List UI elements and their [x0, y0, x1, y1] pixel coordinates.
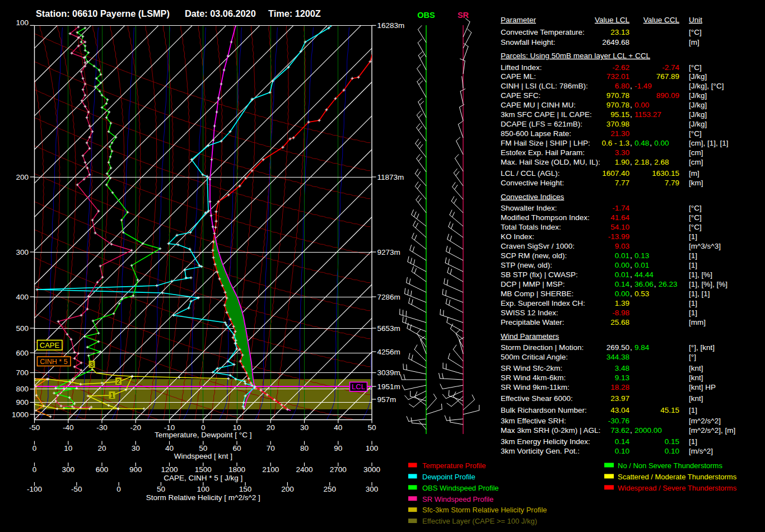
svg-text:[1]: [1] [689, 299, 697, 307]
svg-text:Convective Height:: Convective Height: [501, 179, 564, 187]
svg-text:970.78: 970.78 [607, 91, 629, 100]
svg-text:-30.76: -30.76 [608, 417, 629, 425]
svg-text:23.97: 23.97 [610, 394, 629, 403]
svg-text:0: 0 [116, 485, 121, 493]
svg-text:500: 500 [16, 324, 29, 333]
svg-text:[m/s^2]: [m/s^2] [689, 447, 713, 455]
svg-text:SR Wind 4km-6km:: SR Wind 4km-6km: [501, 374, 566, 382]
svg-text:,: , [630, 158, 632, 166]
svg-text:[J/kg]: [J/kg] [689, 101, 707, 109]
svg-text:MB Comp | SHERBE:: MB Comp | SHERBE: [501, 290, 573, 298]
svg-text:CAPE SFC:: CAPE SFC: [501, 91, 540, 100]
svg-text:4256m: 4256m [377, 348, 400, 356]
svg-text:0.00: 0.00 [615, 290, 629, 298]
svg-text:Time: 1200Z: Time: 1200Z [268, 8, 321, 18]
svg-text:Storm Direction | Motion:: Storm Direction | Motion: [501, 343, 584, 352]
svg-text:Effective Shear 6000:: Effective Shear 6000: [501, 394, 573, 403]
svg-text:41.64: 41.64 [610, 213, 629, 222]
svg-text:[°]: [°] [689, 353, 696, 361]
svg-text:60: 60 [232, 444, 241, 452]
svg-text:300: 300 [16, 248, 29, 256]
svg-text:0.10: 0.10 [665, 447, 679, 455]
svg-text:890.09: 890.09 [656, 91, 679, 100]
svg-text:250: 250 [323, 485, 336, 493]
svg-text:400: 400 [16, 293, 29, 301]
svg-text:1630.15: 1630.15 [652, 169, 679, 178]
svg-text:[1]: [1] [689, 309, 697, 317]
svg-text:0.15: 0.15 [665, 437, 679, 446]
svg-text:3km Vorticity Gen. Pot.:: 3km Vorticity Gen. Pot.: [501, 447, 580, 455]
svg-text:Storm Relative Helicity [ m^2: Storm Relative Helicity [ m^2/s^2 ] [146, 493, 260, 502]
svg-text:9.84: 9.84 [635, 343, 650, 352]
svg-text:DCP | MMP | MSP:: DCP | MMP | MSP: [501, 280, 565, 288]
svg-text:,: , [630, 101, 632, 109]
svg-text:20: 20 [267, 423, 275, 432]
svg-text:[°C]: [°C] [689, 223, 702, 231]
svg-text:SR: SR [458, 11, 469, 20]
svg-text:21.30: 21.30 [610, 129, 629, 138]
svg-text:Total Totals Index:: Total Totals Index: [501, 223, 561, 231]
svg-text:[m^2/s^2], [m]: [m^2/s^2], [m] [689, 426, 735, 435]
svg-text:2.68: 2.68 [654, 158, 669, 166]
svg-text:0.01: 0.01 [615, 270, 629, 279]
svg-text:[1], [1]: [1], [1] [689, 290, 710, 298]
svg-text:-8.98: -8.98 [612, 309, 629, 317]
svg-text:[J/kg]: [J/kg] [689, 72, 707, 81]
svg-text:LCL: LCL [352, 382, 365, 391]
svg-text:[knt] HP: [knt] HP [689, 383, 716, 391]
svg-text:957m: 957m [377, 395, 397, 404]
svg-text:40: 40 [165, 444, 174, 452]
svg-text:2.18: 2.18 [635, 158, 649, 166]
svg-text:Craven SigSvr / 1000:: Craven SigSvr / 1000: [501, 242, 575, 250]
svg-text:[°C]: [°C] [689, 63, 702, 72]
svg-text:Temperature Profile: Temperature Profile [422, 461, 486, 470]
svg-text:CAPE ML:: CAPE ML: [501, 72, 536, 81]
svg-text:1951m: 1951m [377, 382, 400, 391]
svg-text:Wind Parameters: Wind Parameters [501, 332, 559, 340]
svg-text:-20: -20 [130, 423, 141, 432]
svg-text:Bulk Richardson Number:: Bulk Richardson Number: [501, 406, 587, 414]
svg-text:3km Energy Helicity Index:: 3km Energy Helicity Index: [501, 437, 590, 446]
svg-text:-1.74: -1.74 [612, 204, 629, 212]
svg-text:1.90: 1.90 [615, 158, 629, 166]
svg-text:Parameter: Parameter [501, 16, 537, 24]
svg-text:36.06: 36.06 [635, 280, 654, 288]
svg-text:0.48: 0.48 [635, 139, 649, 147]
svg-text:,: , [630, 426, 632, 435]
svg-text:3.48: 3.48 [615, 364, 629, 372]
svg-text:0.01: 0.01 [615, 251, 629, 260]
svg-text:[J/kg]: [J/kg] [689, 91, 707, 100]
svg-text:-50: -50 [29, 423, 40, 432]
svg-text:900: 900 [16, 398, 29, 407]
svg-text:5653m: 5653m [377, 324, 400, 333]
svg-text:7286m: 7286m [377, 293, 400, 301]
svg-text:[1]: [1] [689, 261, 697, 269]
svg-text:200: 200 [16, 173, 29, 181]
svg-text:SR Windspeed Profile: SR Windspeed Profile [422, 495, 493, 503]
svg-text:,: , [630, 290, 632, 298]
svg-text:2700: 2700 [330, 465, 347, 474]
svg-text:700: 700 [16, 368, 29, 377]
svg-text:3039m: 3039m [377, 368, 400, 377]
svg-text:[1]: [1] [689, 232, 697, 241]
svg-text:732.01: 732.01 [607, 72, 629, 81]
svg-text:Scattered / Moderate Thunderst: Scattered / Moderate Thunderstorms [618, 473, 737, 481]
svg-text:43.04: 43.04 [610, 406, 629, 414]
svg-text:100: 100 [197, 485, 210, 493]
svg-text:Lifted Index:: Lifted Index: [501, 63, 542, 72]
svg-text:Precipitable Water:: Precipitable Water: [501, 318, 565, 326]
svg-text:1607.40: 1607.40 [602, 169, 629, 178]
svg-text:1200: 1200 [161, 465, 178, 474]
svg-text:1.39: 1.39 [615, 299, 629, 307]
svg-text:0.00: 0.00 [654, 139, 669, 147]
svg-text:Unit: Unit [689, 16, 702, 24]
svg-text:0.6 - 1.3: 0.6 - 1.3 [601, 139, 629, 147]
svg-text:Widespread / Severe Thundersto: Widespread / Severe Thunderstorms [618, 484, 737, 492]
svg-text:1: 1 [110, 392, 114, 399]
svg-text:600: 600 [96, 465, 109, 474]
svg-text:Exp. Supercell Index CH:: Exp. Supercell Index CH: [501, 299, 585, 307]
svg-text:54.10: 54.10 [610, 223, 629, 231]
svg-text:-50: -50 [71, 485, 82, 493]
svg-text:970.78: 970.78 [607, 101, 629, 109]
svg-text:0.14: 0.14 [615, 280, 630, 288]
